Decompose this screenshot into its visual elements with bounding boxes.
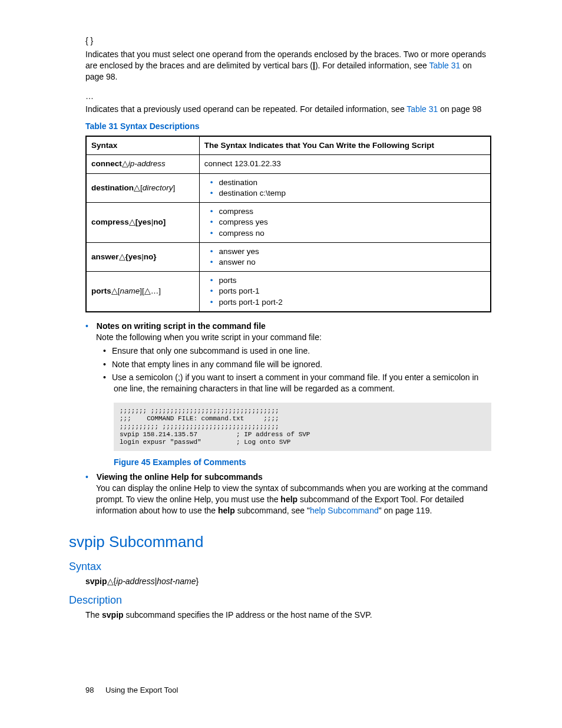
help-subcommand-link[interactable]: help Subcommand [310,506,379,515]
text: subcommand specifies the IP address or t… [124,610,372,620]
text: Indicates that a previously used operand… [85,104,406,114]
svpip-bold: svpip [102,610,124,620]
list-item: compress yes [210,217,485,228]
table-row: compress△[yes|no] compress compress yes … [86,203,491,243]
list-item: Note that empty lines in any command fil… [114,359,491,370]
notes-item: Notes on writing script in the command f… [85,321,491,468]
text: subcommand, see " [235,506,310,515]
list-item: ports [210,275,485,286]
notes-intro: Note the following when you write script… [96,332,322,342]
description-heading: Description [69,593,491,607]
page-number: 98 [85,686,94,694]
list-item: Ensure that only one subcommand is used … [114,345,491,357]
help-bold: help [280,495,297,504]
text: The [85,610,102,620]
list-item: ports port-1 port-2 [210,297,485,308]
braces-paragraph: Indicates that you must select one opera… [85,49,491,83]
table-header-syntax: Syntax [86,136,199,155]
table-31-link-2[interactable]: Table 31 [406,104,438,114]
list-item: answer yes [210,246,485,257]
table-31-link[interactable]: Table 31 [429,61,460,70]
description-paragraph: The svpip subcommand specifies the IP ad… [85,610,491,621]
syntax-cell: compress△[yes|no] [86,203,199,243]
text: ). For detailed information, see [315,61,429,70]
syntax-cell: ports△[name][△…] [86,272,199,312]
text: on page 98 [438,104,481,114]
list-item: ports port-1 [210,286,485,297]
list-item: Use a semicolon (;) if you want to inser… [114,372,491,394]
list-item: compress [210,206,485,217]
table-row: answer△{yes|no} answer yes answer no [86,242,491,271]
view-help-item: Viewing the online Help for subcommands … [85,472,491,516]
syntax-line: svpip△{ip-address|host-name} [85,576,491,587]
table-header-script: The Syntax Indicates that You Can Write … [199,136,491,155]
list-item: compress no [210,228,485,239]
footer-text: Using the Export Tool [105,686,178,694]
table-row: ports△[name][△…] ports ports port-1 port… [86,272,491,312]
script-cell: ports ports port-1 ports port-1 port-2 [199,272,491,312]
ellipsis-paragraph: Indicates that a previously used operand… [85,104,491,115]
table-row: connect△ip-address connect 123.01.22.33 [86,155,491,173]
syntax-cell: answer△{yes|no} [86,242,199,271]
view-heading: Viewing the online Help for subcommands [97,472,263,482]
script-cell: destination destination c:\temp [199,173,491,202]
syntax-cell: destination△[directory] [86,173,199,202]
text: " on page 119. [379,506,432,515]
script-cell: connect 123.01.22.33 [199,155,491,173]
notes-heading: Notes on writing script in the command f… [97,321,266,331]
table-row: destination△[directory] destination dest… [86,173,491,202]
help-bold: help [218,506,235,515]
syntax-heading: Syntax [69,559,491,574]
svpip-heading: svpip Subcommand [69,532,491,552]
list-item: answer no [210,257,485,268]
script-cell: answer yes answer no [199,242,491,271]
list-item: destination c:\temp [210,188,485,199]
braces-symbol: { } [85,35,491,47]
ellipsis-symbol: … [85,91,491,102]
code-example: ;;;;;;; ;;;;;;;;;;;;;;;;;;;;;;;;;;;;;;;;… [114,403,491,451]
syntax-table: Syntax The Syntax Indicates that You Can… [85,136,491,312]
script-cell: compress compress yes compress no [199,203,491,243]
table-caption: Table 31 Syntax Descriptions [85,121,491,132]
figure-caption: Figure 45 Examples of Comments [114,457,491,468]
syntax-cell: connect△ip-address [86,155,199,173]
page-footer: 98 Using the Export Tool [85,685,178,696]
list-item: destination [210,177,485,188]
